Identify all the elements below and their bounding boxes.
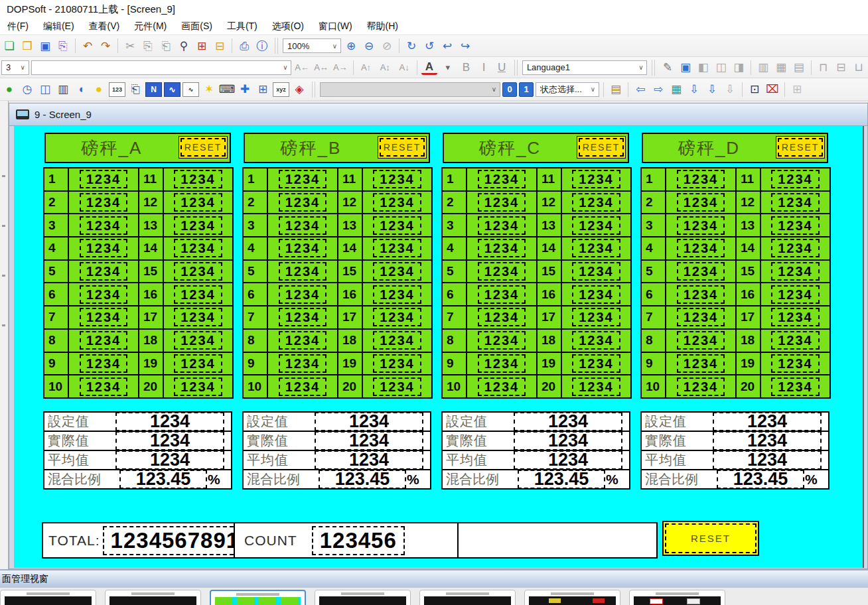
numeric-value-box[interactable]: 1234 — [279, 308, 327, 326]
numeric-value-box[interactable]: 1234 — [677, 170, 725, 188]
value-cell[interactable]: 1234 — [163, 237, 233, 260]
value-cell[interactable]: 1234 — [561, 168, 631, 191]
value-cell[interactable]: 1234 — [666, 168, 736, 191]
alarm-element-icon[interactable]: ✶ — [201, 82, 217, 98]
language-select[interactable]: Language1∨ — [522, 60, 647, 75]
scale-reset-button[interactable]: RESET — [776, 136, 825, 159]
numeric-value-box[interactable]: 1234 — [80, 308, 128, 326]
align-top-icon[interactable]: ⊓ — [816, 60, 832, 76]
numeric-value-box[interactable]: 1234 — [478, 170, 526, 188]
summary-value-box[interactable]: 1234 — [514, 450, 622, 470]
scale-title-plate[interactable]: 磅秤_DRESET — [642, 133, 828, 163]
summary-value-box[interactable]: 1234 — [315, 412, 423, 431]
value-cell[interactable]: 1234 — [467, 352, 537, 375]
numeric-value-box[interactable]: 1234 — [677, 308, 725, 326]
paste-icon[interactable]: ⎗ — [158, 38, 174, 54]
window-element-icon[interactable]: ◫ — [37, 82, 53, 98]
element-properties-icon[interactable]: ▤ — [608, 82, 624, 98]
xy-curve-element-icon[interactable]: xyz — [273, 82, 289, 97]
value-cell[interactable]: 1234 — [760, 214, 830, 237]
numeric-value-box[interactable]: 1234 — [478, 308, 526, 326]
value-cell[interactable]: 1234 — [68, 283, 139, 306]
value-cell[interactable]: 1234 — [163, 329, 233, 352]
numeric-value-box[interactable]: 1234 — [279, 262, 327, 281]
tank-element-icon[interactable]: ▥ — [55, 82, 71, 98]
scale-title-plate[interactable]: 磅秤_BRESET — [244, 133, 430, 163]
screen-thumbnail-6[interactable] — [524, 590, 620, 605]
zoom-in-icon[interactable]: ⊕ — [343, 38, 359, 54]
value-cell[interactable]: 1234 — [267, 260, 338, 283]
scale-title-plate[interactable]: 磅秤_CRESET — [443, 133, 629, 163]
numeric-value-box[interactable]: 1234 — [677, 354, 725, 373]
summary-value-box[interactable]: 1234 — [315, 450, 423, 470]
menu-item-7[interactable]: 选项(O) — [265, 19, 311, 34]
value-cell[interactable]: 1234 — [467, 260, 537, 283]
numeric-value-box[interactable]: 1234 — [174, 262, 222, 281]
screen-manager-header[interactable]: 面管理视窗 — [0, 569, 868, 588]
value-cell[interactable]: 1234 — [760, 237, 830, 260]
numeric-value-box[interactable]: 1234 — [373, 308, 421, 326]
summary-value-box[interactable]: 1234 — [713, 450, 822, 470]
value-cell[interactable]: 1234 — [267, 329, 338, 352]
value-cell[interactable]: 1234 — [666, 283, 736, 306]
value-cell[interactable]: 1234 — [163, 214, 233, 237]
numeric-value-box[interactable]: 1234 — [80, 262, 128, 281]
zoom-out-icon[interactable]: ⊖ — [361, 38, 377, 54]
value-cell[interactable]: 1234 — [68, 260, 139, 283]
numeric-value-box[interactable]: 1234 — [373, 193, 421, 212]
numeric-value-box[interactable]: 1234 — [279, 239, 327, 257]
rotate-ccw-icon[interactable]: ↺ — [421, 38, 437, 54]
text-align-bottom-icon[interactable]: A↓ — [396, 60, 413, 76]
value-cell[interactable]: 1234 — [267, 283, 338, 306]
screen-thumbnail-4[interactable] — [315, 590, 411, 605]
value-cell[interactable]: 1234 — [68, 237, 139, 260]
numeric-value-box[interactable]: 1234 — [174, 193, 222, 212]
numeric-value-box[interactable]: 1234 — [572, 216, 620, 235]
text-align-center-icon[interactable]: A↔ — [313, 60, 330, 76]
value-cell[interactable]: 1234 — [68, 306, 139, 329]
value-cell[interactable]: 1234 — [467, 375, 537, 398]
text-align-left-icon[interactable]: A← — [293, 60, 311, 76]
value-cell[interactable]: 1234 — [267, 352, 338, 375]
value-cell[interactable]: 1234 — [362, 329, 432, 352]
numeric-value-box[interactable]: 1234 — [279, 170, 327, 188]
numeric-value-box[interactable]: 1234 — [771, 285, 820, 304]
keypad-element-icon[interactable]: ⌨ — [219, 82, 235, 98]
cut-icon[interactable]: ✂ — [122, 38, 138, 54]
screen-thumbnail-2[interactable] — [105, 590, 201, 605]
value-cell[interactable]: 1234 — [163, 260, 233, 283]
pipe-element-icon[interactable]: ✚ — [237, 82, 253, 98]
open-file-icon[interactable]: ❒ — [19, 38, 35, 54]
screen-thumbnail-7[interactable] — [629, 590, 725, 605]
numeric-value-box[interactable]: 1234 — [80, 377, 128, 396]
value-cell[interactable]: 1234 — [467, 191, 537, 214]
numeric-value-box[interactable]: 1234 — [572, 193, 620, 212]
screen-tab[interactable]: 9 - Screen_9 — [9, 103, 867, 126]
new-file-icon[interactable]: ❏ — [1, 38, 17, 54]
trend-graph-element-icon[interactable]: ∿ — [164, 82, 181, 97]
summary-value-box[interactable]: 123.45 — [319, 470, 406, 489]
address-list-icon[interactable]: ⊞ — [789, 82, 805, 98]
numeric-value-box[interactable]: 1234 — [174, 285, 222, 304]
value-cell[interactable]: 1234 — [163, 306, 233, 329]
value-cell[interactable]: 1234 — [362, 375, 432, 398]
value-cell[interactable]: 1234 — [561, 329, 631, 352]
numeric-value-box[interactable]: 1234 — [80, 354, 128, 373]
value-cell[interactable]: 1234 — [561, 237, 631, 260]
disconnect-icon[interactable]: ⌧ — [764, 82, 780, 98]
value-cell[interactable]: 1234 — [467, 214, 537, 237]
numeric-value-box[interactable]: 1234 — [174, 216, 222, 235]
character-display-element-icon[interactable]: N — [145, 82, 162, 97]
numeric-value-box[interactable]: 1234 — [279, 331, 327, 350]
value-cell[interactable]: 1234 — [267, 237, 338, 260]
font-color-caret-icon[interactable]: ▾ — [439, 60, 457, 76]
scale-value-table[interactable]: 1123411123421234121234312341312344123414… — [640, 167, 831, 399]
underline-icon[interactable]: U — [494, 60, 510, 76]
value-cell[interactable]: 1234 — [68, 168, 139, 191]
value-cell[interactable]: 1234 — [561, 260, 631, 283]
value-cell[interactable]: 1234 — [666, 306, 736, 329]
numeric-value-box[interactable]: 1234 — [373, 377, 421, 396]
numeric-value-box[interactable]: 1234 — [771, 262, 820, 281]
about-icon[interactable]: ⓘ — [254, 38, 270, 54]
numeric-value-box[interactable]: 1234 — [373, 331, 421, 350]
